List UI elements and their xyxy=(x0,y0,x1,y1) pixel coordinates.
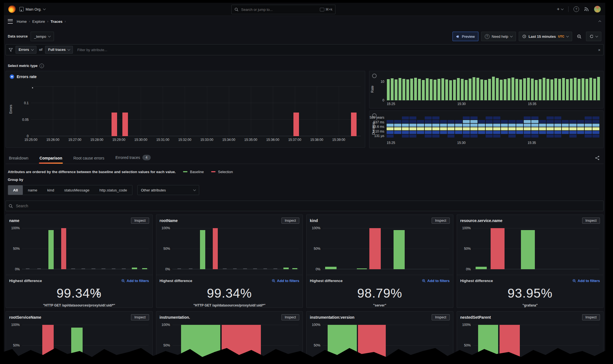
highest-difference-caption: "HTTP GET /api/datasources/proxy/uid/:ui… xyxy=(160,303,300,307)
panel-title: name xyxy=(9,218,19,223)
add-to-filters-button[interactable]: Add to filters xyxy=(121,279,149,283)
zoom-out-icon xyxy=(577,34,582,39)
explore-traces-content: Data source _tempo Preview ? Need help L… xyxy=(4,31,605,364)
add-to-filters-button[interactable]: Add to filters xyxy=(572,279,600,283)
search-icon xyxy=(234,8,238,11)
global-search[interactable]: ⌘+k xyxy=(231,5,335,14)
attribute-search[interactable] xyxy=(6,201,604,211)
panel-footer: Highest difference Add to filters 99.34%… xyxy=(6,276,152,310)
selection-swatch xyxy=(211,171,216,172)
inspect-button[interactable]: Inspect xyxy=(582,314,600,320)
panel-title: rootName xyxy=(160,218,178,223)
group-option-name[interactable]: name xyxy=(23,185,42,195)
timezone-label: UTC xyxy=(558,35,564,38)
chevron-down-icon xyxy=(43,8,46,10)
grafana-logo-icon[interactable] xyxy=(8,6,16,13)
inspect-button[interactable]: Inspect xyxy=(281,218,299,224)
filter-bar[interactable]: Errors of Full traces Filter by attribut… xyxy=(6,44,604,55)
inspect-button[interactable]: Inspect xyxy=(131,314,149,320)
help-icon[interactable]: ? xyxy=(574,6,579,12)
inspect-button[interactable]: Inspect xyxy=(432,314,449,320)
group-by-label: Group by xyxy=(6,178,604,183)
chevron-down-icon xyxy=(510,35,513,38)
highest-difference-label: Highest difference xyxy=(310,279,343,283)
info-icon[interactable]: i xyxy=(39,64,44,68)
datasource-label: Data source xyxy=(8,34,28,38)
clock-icon xyxy=(522,34,526,38)
new-menu-button[interactable]: + xyxy=(557,6,563,12)
search-shortcut: ⌘+k xyxy=(320,8,332,11)
inspect-button[interactable]: Inspect xyxy=(281,314,299,320)
tab-comparison[interactable]: Comparison xyxy=(39,156,63,164)
preview-button[interactable]: Preview xyxy=(453,32,478,41)
panel-title: instrumentation:version xyxy=(310,315,354,320)
filter-metric-dropdown[interactable]: Errors xyxy=(16,46,36,54)
add-to-filters-button[interactable]: Add to filters xyxy=(422,279,449,283)
group-option-http-status-code[interactable]: http.status_code xyxy=(95,185,132,195)
highest-difference-value: 99.34% xyxy=(160,286,300,301)
tab-root-cause-errors[interactable]: Root cause errors xyxy=(73,156,105,164)
rate-panel: Rate 10015:2515:3015:35 xyxy=(369,71,604,108)
breadcrumb-explore[interactable]: Explore xyxy=(32,19,45,24)
attribute-search-input[interactable] xyxy=(15,203,600,208)
panel-chart: 100%50%0% xyxy=(22,228,149,269)
rate-radio[interactable] xyxy=(372,74,377,78)
group-option-statusmessage[interactable]: statusMessage xyxy=(59,185,95,195)
comparison-description: Attributes are ordered by the difference… xyxy=(8,170,176,174)
comparison-panel-kind: kind Inspect 100%50%0% Highest differenc… xyxy=(306,215,453,308)
legend-baseline: Baseline xyxy=(183,170,204,174)
toolbar: Data source _tempo Preview ? Need help L… xyxy=(6,31,604,41)
refresh-icon xyxy=(590,34,594,38)
time-range-picker[interactable]: Last 15 minutes UTC xyxy=(519,32,572,41)
errors-rate-radio[interactable]: Errors rate xyxy=(10,74,37,79)
highest-difference-caption: "HTTP GET /api/datasources/proxy/uid/:ui… xyxy=(9,303,149,307)
chevron-down-icon xyxy=(193,188,196,191)
chevron-down-icon xyxy=(595,35,598,38)
search-plus-icon xyxy=(422,279,426,283)
need-help-button[interactable]: ? Need help xyxy=(481,32,516,41)
filter-scope-dropdown[interactable]: Full traces xyxy=(45,46,73,54)
highest-difference-value: 99.34% xyxy=(9,286,149,301)
inspect-button[interactable]: Inspect xyxy=(432,218,449,224)
global-search-input[interactable] xyxy=(241,7,318,12)
errors-rate-radio-label: Errors rate xyxy=(17,74,37,79)
search-icon xyxy=(9,204,13,208)
inspect-button[interactable]: Inspect xyxy=(582,218,600,224)
time-range-value: Last 15 minutes xyxy=(528,34,556,39)
collapse-chevron-up-icon[interactable] xyxy=(599,21,601,23)
highest-difference-label: Highest difference xyxy=(160,279,192,283)
breadcrumb-separator: › xyxy=(65,19,66,23)
refresh-button[interactable] xyxy=(586,32,601,41)
user-avatar[interactable] xyxy=(594,6,601,13)
menu-icon[interactable] xyxy=(8,19,13,24)
share-icon[interactable] xyxy=(595,156,600,160)
org-switcher[interactable]: Main Org. xyxy=(19,7,45,11)
inspect-button[interactable]: Inspect xyxy=(131,218,149,224)
tab-breakdown[interactable]: Breakdown xyxy=(8,156,29,164)
breadcrumb-separator: › xyxy=(47,19,48,23)
group-option-all[interactable]: All xyxy=(8,185,23,195)
comparison-panel-resource-service-name: resource.service.name Inspect 100%50%0% … xyxy=(457,215,604,308)
datasource-picker[interactable]: _tempo xyxy=(31,32,54,41)
chevron-down-icon xyxy=(566,35,569,38)
filter-attribute-input[interactable]: Filter by attribute... xyxy=(77,48,107,52)
tabs: Breakdown Comparison Root cause errors E… xyxy=(6,151,604,164)
breadcrumb-traces[interactable]: Traces xyxy=(51,19,63,24)
tab-errored-traces[interactable]: Errored traces 4 xyxy=(115,155,151,164)
breadcrumb-home[interactable]: Home xyxy=(17,19,27,24)
highest-difference-value: 93.95% xyxy=(460,286,600,301)
zoom-out-button[interactable] xyxy=(575,32,583,41)
filter-of-label: of xyxy=(39,48,43,52)
radio-selected-icon xyxy=(10,74,14,79)
close-icon[interactable]: × xyxy=(598,48,600,52)
news-rss-icon[interactable] xyxy=(584,7,589,12)
add-to-filters-button[interactable]: Add to filters xyxy=(272,279,299,283)
other-attributes-dropdown[interactable]: Other attributes xyxy=(137,185,199,195)
chevron-down-icon xyxy=(67,48,70,51)
megaphone-icon xyxy=(456,35,460,38)
panel-title: resource.service.name xyxy=(460,218,503,223)
errors-rate-panel: Errors rate Errors 0.10.05015:25:0015:26… xyxy=(6,71,365,148)
group-option-kind[interactable]: kind xyxy=(42,185,59,195)
chevron-down-icon xyxy=(31,48,34,51)
comparison-panel-rootname: rootName Inspect 100%50%0% Highest diffe… xyxy=(156,215,303,308)
